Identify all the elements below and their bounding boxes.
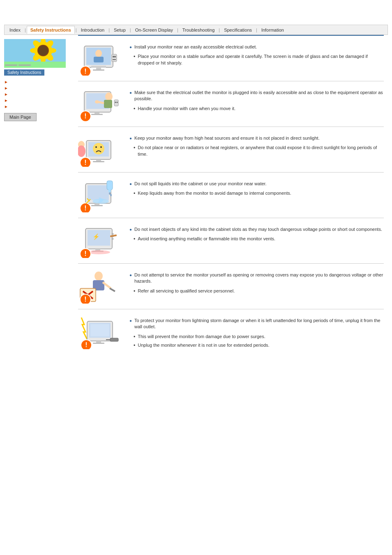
- svg-rect-91: [110, 338, 118, 341]
- nav-bar: Index | Safety Instructions | Introducti…: [4, 25, 388, 35]
- svg-point-33: [95, 100, 99, 104]
- svg-rect-90: [93, 343, 104, 344]
- sidebar-section-label: Safety Instructions: [4, 69, 44, 76]
- section-6-illustration: !: [78, 270, 121, 304]
- svg-point-11: [38, 46, 48, 55]
- nav-item-specs[interactable]: Specifications: [221, 26, 255, 34]
- section-4-primary: Do not spill liquids into the cabinet or…: [129, 181, 384, 187]
- svg-rect-38: [114, 100, 118, 106]
- section-6-image: !: [78, 270, 123, 303]
- section-7-image: !: [78, 315, 123, 348]
- section-4-text: Do not spill liquids into the cabinet or…: [129, 179, 384, 199]
- section-6-text: Do not attempt to service the monitor yo…: [129, 270, 384, 297]
- section-1-image: !: [78, 42, 123, 75]
- arrow-icon-2: ►: [4, 86, 8, 90]
- svg-point-4: [30, 48, 38, 53]
- arrow-icon-4: ►: [4, 98, 8, 103]
- section-3-primary: Keep your monitor away from high heat so…: [129, 135, 384, 141]
- sidebar-arrow-1[interactable]: ►: [4, 79, 74, 85]
- arrow-icon-1: ►: [4, 80, 8, 84]
- svg-rect-31: [104, 100, 112, 108]
- svg-rect-35: [91, 114, 103, 115]
- sidebar-arrow-3[interactable]: ►: [4, 91, 74, 97]
- svg-rect-53: [88, 185, 109, 200]
- nav-item-safety[interactable]: Safety Instructions: [27, 26, 75, 34]
- svg-text:!: !: [85, 341, 87, 348]
- section-3-secondary: Do not place near or on radiators or hea…: [129, 145, 384, 157]
- instruction-section-7: ! To protect your monitor from lightning…: [78, 309, 384, 357]
- sidebar: Safety Instructions ► ► ► ► ► Main Page: [4, 35, 74, 365]
- thumbnail-image: [4, 39, 66, 68]
- svg-point-26: [114, 56, 116, 58]
- svg-rect-69: [112, 238, 113, 240]
- svg-point-40: [117, 102, 118, 103]
- svg-rect-67: [112, 233, 113, 235]
- svg-rect-27: [113, 59, 116, 60]
- sidebar-arrow-2[interactable]: ►: [4, 85, 74, 91]
- instruction-section-5: ! ⚡ Do not insert objects of any kind in…: [78, 218, 384, 264]
- nav-item-troubleshoot[interactable]: Troubleshooting: [179, 26, 218, 34]
- svg-text:!: !: [84, 159, 86, 166]
- sidebar-thumbnail: [4, 39, 66, 68]
- section-5-text: Do not insert objects of any kind into t…: [129, 224, 384, 244]
- section-1-illustration: !: [78, 42, 121, 76]
- section-3-image: !: [78, 133, 123, 166]
- svg-point-43: [93, 143, 104, 154]
- svg-point-39: [115, 102, 116, 103]
- section-2-text: Make sure that the electrical outlet the…: [129, 88, 384, 114]
- svg-rect-55: [107, 181, 113, 190]
- svg-rect-47: [93, 161, 104, 162]
- section-7-text: To protect your monitor from lightning s…: [129, 315, 384, 350]
- nav-item-intro[interactable]: Introduction: [78, 26, 108, 34]
- instruction-section-4: ! Do not spill liquids into the cabinet …: [78, 173, 384, 218]
- svg-rect-80: [109, 288, 115, 292]
- svg-rect-60: [91, 205, 103, 206]
- section-5-illustration: ! ⚡: [78, 224, 121, 258]
- section-7-illustration: !: [78, 315, 121, 349]
- section-7-secondary-1: This will prevent the monitor from damag…: [129, 334, 384, 341]
- nav-item-setup[interactable]: Setup: [111, 26, 129, 34]
- section-5-primary: Do not insert objects of any kind into t…: [129, 226, 384, 233]
- section-2-secondary: Handle your monitor with care when you m…: [129, 106, 384, 113]
- instruction-section-6: ! Do not attempt to service the monitor …: [78, 264, 384, 309]
- instruction-section-2: ! Make sure that the electrical outlet t…: [78, 81, 384, 127]
- section-6-primary: Do not attempt to service the monitor yo…: [129, 272, 384, 285]
- section-1-text: Install your monitor near an easily acce…: [129, 42, 384, 68]
- svg-text:!: !: [84, 113, 86, 120]
- svg-point-44: [95, 146, 97, 148]
- section-1-secondary: Place your monitor on a stable surface a…: [129, 53, 384, 66]
- instruction-section-1: ! Install your monitor near an easily ac…: [78, 36, 384, 81]
- svg-point-30: [105, 92, 113, 101]
- svg-point-17: [95, 50, 102, 57]
- svg-rect-13: [5, 64, 17, 66]
- svg-point-77: [95, 272, 103, 281]
- arrow-icon-3: ►: [4, 92, 8, 97]
- svg-text:!: !: [84, 205, 86, 212]
- main-page-button[interactable]: Main Page: [4, 113, 37, 121]
- svg-rect-20: [93, 69, 104, 71]
- nav-item-osd[interactable]: On-Screen Display: [132, 26, 176, 34]
- section-3-text: Keep your monitor away from high heat so…: [129, 133, 384, 159]
- sidebar-arrow-4[interactable]: ►: [4, 97, 74, 104]
- svg-point-57: [109, 192, 111, 195]
- svg-rect-18: [94, 57, 104, 62]
- sidebar-arrow-5[interactable]: ►: [4, 104, 74, 110]
- section-4-illustration: !: [78, 179, 121, 212]
- section-5-secondary: Avoid inserting anything metallic or fla…: [129, 236, 384, 243]
- section-4-secondary: Keep liquids away from the monitor to av…: [129, 190, 384, 197]
- content-area: ! Install your monitor near an easily ac…: [74, 35, 388, 365]
- svg-text:⚡: ⚡: [92, 233, 100, 240]
- section-3-illustration: !: [78, 133, 121, 167]
- svg-rect-88: [90, 324, 109, 336]
- svg-point-58: [110, 194, 112, 196]
- section-2-illustration: !: [78, 88, 121, 121]
- svg-point-49: [78, 145, 85, 157]
- nav-item-info[interactable]: Information: [258, 26, 287, 34]
- arrow-icon-5: ►: [4, 104, 8, 109]
- nav-item-index[interactable]: Index: [6, 26, 24, 34]
- svg-rect-14: [18, 64, 31, 66]
- svg-rect-56: [108, 189, 111, 192]
- svg-point-5: [48, 48, 56, 53]
- section-5-image: ! ⚡: [78, 224, 123, 257]
- section-2-image: !: [78, 88, 123, 120]
